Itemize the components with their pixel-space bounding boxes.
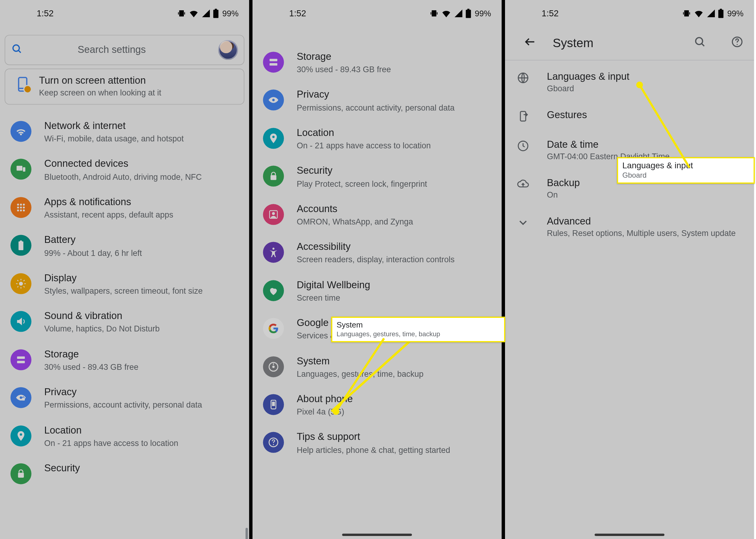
status-bar: 1:52 99%: [505, 0, 754, 26]
row-security[interactable]: Security: [0, 455, 249, 491]
vibrate-icon: [682, 8, 691, 18]
sound-icon: [11, 311, 32, 332]
accounts-icon: [263, 204, 284, 225]
svg-point-40: [272, 212, 275, 215]
wellbeing-icon: [263, 280, 284, 301]
svg-point-6: [17, 204, 19, 205]
system-icon: [263, 356, 284, 377]
svg-point-54: [737, 44, 738, 45]
battery-icon: [213, 8, 219, 18]
status-bar: 1:52 99%: [0, 0, 249, 26]
signal-icon: [454, 8, 463, 18]
row-privacy[interactable]: PrivacyPermissions, account activity, pe…: [0, 379, 249, 417]
svg-point-10: [20, 206, 22, 208]
svg-point-34: [271, 59, 272, 60]
svg-point-35: [271, 64, 272, 65]
screenshot-panel-1: 1:52 99% Search settings Turn on screen …: [0, 0, 249, 539]
row-connected[interactable]: Connected devicesBluetooth, Android Auto…: [0, 151, 249, 189]
row-sound[interactable]: Sound & vibrationVolume, haptics, Do Not…: [0, 303, 249, 341]
row-display[interactable]: DisplayStyles, wallpapers, screen timeou…: [0, 265, 249, 303]
battery-icon: [11, 235, 32, 256]
svg-point-49: [273, 444, 274, 445]
row-location[interactable]: LocationOn - 21 apps have access to loca…: [252, 119, 502, 158]
svg-line-23: [24, 280, 25, 281]
attention-card-sub: Keep screen on when looking at it: [39, 88, 237, 97]
svg-rect-29: [22, 398, 25, 401]
svg-point-51: [696, 38, 703, 44]
svg-point-28: [20, 396, 22, 399]
row-tips[interactable]: Tips & supportHelp articles, phone & cha…: [252, 424, 502, 462]
row-battery[interactable]: Battery99% - About 1 day, 6 hr left: [0, 227, 249, 265]
signal-icon: [707, 8, 716, 18]
home-indicator[interactable]: [342, 534, 412, 536]
google-icon: [263, 318, 284, 339]
svg-line-21: [24, 286, 25, 287]
svg-rect-56: [520, 112, 526, 121]
row-gestures[interactable]: Gestures: [505, 101, 754, 131]
home-indicator[interactable]: [595, 534, 664, 536]
battery-icon: [465, 8, 471, 18]
row-languages-input[interactable]: Languages & inputGboard: [505, 63, 754, 101]
row-privacy[interactable]: PrivacyPermissions, account activity, pe…: [252, 82, 502, 119]
svg-point-27: [18, 361, 19, 362]
screenshot-panel-3: 1:52 99% System Langu: [505, 0, 754, 539]
wifi-icon: [441, 8, 451, 19]
svg-point-44: [272, 365, 275, 368]
row-location[interactable]: LocationOn - 21 apps have access to loca…: [0, 417, 249, 455]
row-advanced[interactable]: AdvancedRules, Reset options, Multiple u…: [505, 207, 754, 246]
scrollbar[interactable]: [245, 528, 248, 539]
search-settings-bar[interactable]: Search settings: [5, 35, 244, 65]
status-icons: 99%: [177, 8, 238, 19]
row-storage[interactable]: Storage30% used - 89.43 GB free: [252, 43, 502, 82]
row-accounts[interactable]: AccountsOMRON, WhatsApp, and Zynga: [252, 196, 502, 234]
svg-rect-47: [272, 402, 275, 406]
svg-line-20: [17, 280, 18, 281]
system-header: System: [505, 26, 754, 61]
attention-card[interactable]: Turn on screen attention Keep screen on …: [5, 69, 244, 105]
search-icon[interactable]: [694, 36, 706, 50]
row-network[interactable]: Network & internetWi-Fi, mobile, data us…: [0, 113, 249, 151]
privacy-icon: [11, 387, 32, 408]
row-accessibility[interactable]: AccessibilityScreen readers, display, in…: [252, 234, 502, 272]
row-security[interactable]: SecurityPlay Protect, screen lock, finge…: [252, 158, 502, 196]
devices-icon: [11, 159, 32, 180]
vibrate-icon: [429, 8, 439, 18]
privacy-icon: [263, 90, 284, 111]
svg-line-22: [17, 286, 18, 287]
page-title: System: [553, 36, 669, 50]
settings-list: Network & internetWi-Fi, mobile, data us…: [0, 113, 249, 491]
status-bar: 1:52 99%: [252, 0, 502, 26]
battery-icon: [718, 8, 724, 18]
svg-point-11: [23, 206, 25, 208]
vibrate-icon: [177, 8, 186, 18]
svg-rect-31: [18, 473, 24, 478]
svg-line-52: [702, 43, 704, 46]
wifi-icon: [694, 8, 704, 19]
row-digital-wellbeing[interactable]: Digital WellbeingScreen time: [252, 272, 502, 310]
svg-point-30: [20, 433, 22, 435]
backup-icon: [517, 178, 529, 191]
row-system[interactable]: SystemLanguages, gestures, time, backup: [252, 348, 502, 386]
row-about-phone[interactable]: About phonePixel 4a (5G): [252, 386, 502, 424]
location-icon: [263, 128, 284, 149]
svg-rect-5: [23, 167, 25, 172]
screenshot-panel-2: 1:52 99% Storage30% used - 89.43 GB free…: [252, 0, 502, 539]
svg-point-36: [272, 99, 275, 102]
phone-attention-icon: [15, 76, 31, 93]
clock-icon: [517, 140, 529, 152]
chevron-down-icon: [517, 216, 529, 229]
storage-icon: [263, 52, 284, 72]
help-icon[interactable]: [731, 36, 743, 50]
callout-languages-input: Languages & input Gboard: [617, 157, 755, 184]
row-storage[interactable]: Storage30% used - 89.43 GB free: [0, 341, 249, 379]
attention-card-title: Turn on screen attention: [39, 75, 237, 86]
security-icon: [263, 166, 284, 187]
profile-avatar[interactable]: [218, 40, 238, 60]
back-arrow-icon[interactable]: [523, 36, 536, 50]
clock-time: 1:52: [37, 8, 53, 18]
svg-rect-45: [273, 363, 274, 365]
storage-icon: [11, 349, 32, 370]
row-apps[interactable]: Apps & notificationsAssistant, recent ap…: [0, 189, 249, 227]
svg-point-26: [18, 357, 19, 358]
svg-point-12: [17, 209, 19, 211]
